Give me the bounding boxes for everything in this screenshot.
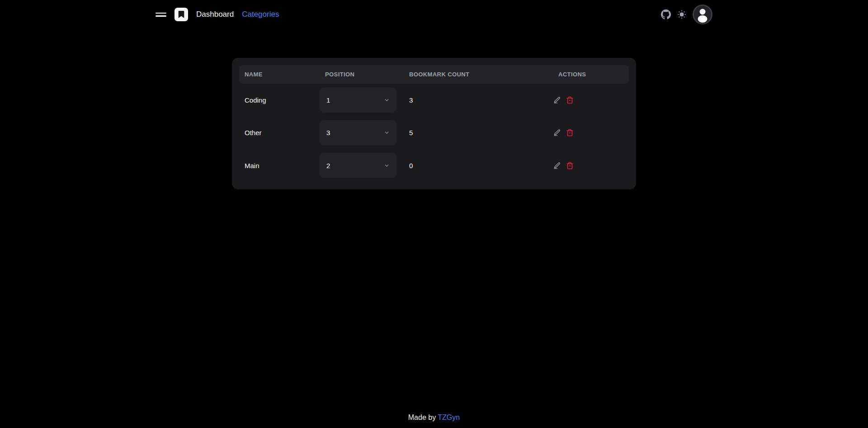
- category-name: Other: [239, 129, 320, 136]
- edit-button[interactable]: [553, 129, 561, 137]
- bookmark-count: 5: [404, 129, 553, 136]
- pencil-icon: [553, 129, 561, 136]
- position-select[interactable]: 2: [320, 153, 396, 178]
- row-actions: [553, 129, 629, 137]
- edit-button[interactable]: [553, 96, 561, 104]
- github-icon: [661, 9, 671, 19]
- position-cell: 1: [320, 87, 404, 113]
- table-header-row: NAME POSITION BOOKMARK COUNT ACTIONS: [239, 65, 629, 84]
- column-header-actions: ACTIONS: [553, 71, 629, 78]
- trash-icon: [566, 162, 574, 169]
- bookmark-count: 3: [404, 96, 553, 104]
- bookmark-count: 0: [404, 162, 553, 169]
- position-select-value: 1: [326, 96, 330, 104]
- position-cell: 2: [320, 153, 404, 178]
- position-select[interactable]: 3: [320, 120, 396, 146]
- nav-link-categories[interactable]: Categories: [242, 10, 279, 19]
- position-select[interactable]: 1: [320, 87, 396, 113]
- column-header-bookmark-count: BOOKMARK COUNT: [404, 71, 553, 78]
- column-header-position: POSITION: [320, 71, 404, 78]
- page-footer: Made by TZGyn: [0, 414, 868, 422]
- hamburger-menu-icon[interactable]: [156, 11, 166, 19]
- trash-icon: [566, 96, 574, 104]
- row-actions: [553, 161, 629, 169]
- main-content: NAME POSITION BOOKMARK COUNT ACTIONS Cod…: [0, 58, 868, 189]
- table-row: Other 3 5: [239, 117, 629, 150]
- position-select-value: 3: [326, 129, 330, 136]
- top-nav: Dashboard Categories: [156, 0, 712, 29]
- table-row: Main 2 0: [239, 149, 629, 182]
- table-row: Coding 1 3: [239, 84, 629, 117]
- edit-button[interactable]: [553, 161, 561, 169]
- position-cell: 3: [320, 120, 404, 146]
- nav-link-dashboard[interactable]: Dashboard: [196, 10, 234, 19]
- category-name: Coding: [239, 96, 320, 104]
- delete-button[interactable]: [566, 96, 574, 104]
- app-logo[interactable]: [175, 8, 188, 21]
- github-link[interactable]: [661, 9, 671, 19]
- theme-toggle-button[interactable]: [677, 9, 687, 19]
- sun-icon: [677, 9, 687, 19]
- trash-icon: [566, 129, 574, 136]
- footer-credit-text: Made by: [408, 414, 436, 421]
- nav-left-group: Dashboard Categories: [156, 8, 279, 21]
- nav-right-group: [661, 5, 712, 24]
- category-name: Main: [239, 162, 320, 169]
- pencil-icon: [553, 96, 561, 104]
- chevron-down-icon: [384, 163, 390, 169]
- bookmark-icon: [178, 10, 185, 19]
- position-select-value: 2: [326, 162, 330, 169]
- delete-button[interactable]: [566, 129, 574, 137]
- pencil-icon: [553, 162, 561, 169]
- column-header-name: NAME: [239, 71, 320, 78]
- chevron-down-icon: [384, 97, 390, 103]
- footer-author-link[interactable]: TZGyn: [438, 414, 460, 421]
- delete-button[interactable]: [566, 161, 574, 169]
- categories-table-card: NAME POSITION BOOKMARK COUNT ACTIONS Cod…: [232, 58, 636, 189]
- user-avatar[interactable]: [693, 5, 712, 24]
- user-icon: [694, 6, 711, 23]
- row-actions: [553, 96, 629, 104]
- chevron-down-icon: [384, 130, 390, 136]
